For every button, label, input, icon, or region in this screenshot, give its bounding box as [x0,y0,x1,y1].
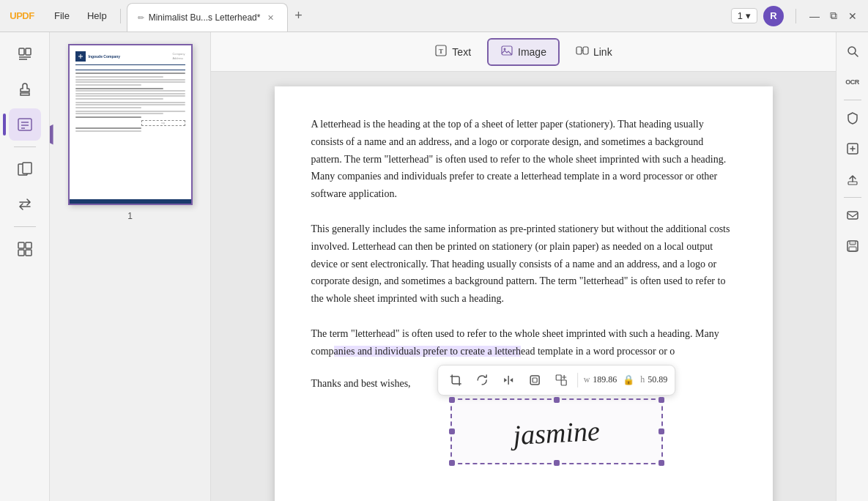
claudia-signature: Claudia Alves [590,486,736,501]
close-button[interactable]: ✕ [846,10,859,23]
sidebar-icon-edit[interactable] [9,108,41,141]
svg-rect-19 [576,47,582,54]
search-icon-btn[interactable] [839,38,866,64]
right-sidebar: OCR [836,32,868,501]
page-nav[interactable]: 1 ▾ [731,8,757,23]
link-tool-icon [576,44,589,60]
menu-divider [120,9,121,23]
doc-paragraph-1: A letterhead is the heading at the top o… [311,116,736,203]
rotate-tool-button[interactable] [472,370,492,390]
tab-area: ✏ Minimalist Bu...s Letterhead* ✕ + [127,0,731,31]
image-tool-label: Image [518,46,546,58]
clip-tool-button[interactable] [524,370,545,390]
replace-tool-button[interactable] [551,370,571,390]
text-tool-icon: T [434,44,448,60]
main-area: Ingoude Company Company Address [0,32,868,501]
image-tool-button[interactable]: Image [487,38,560,66]
title-bar: UPDF File Help ✏ Minimalist Bu...s Lette… [0,0,868,32]
thumbnail-image[interactable]: Ingoude Company Company Address [68,44,193,205]
width-dimension: w 189.86 [584,374,617,385]
image-edit-toolbar: w 189.86 🔒 h 50.89 [437,365,676,396]
flip-tool-button[interactable] [498,370,519,390]
svg-rect-9 [23,163,31,174]
svg-rect-11 [26,242,31,248]
document-scroll-area[interactable]: A letterhead is the heading at the top o… [211,72,836,501]
right-sep-2 [844,197,861,198]
sidebar-icon-template[interactable] [9,233,41,265]
tab-label: Minimalist Bu...s Letterhead* [149,12,261,23]
link-tool-button[interactable]: Link [563,38,626,66]
thumbnail-panel: Ingoude Company Company Address [50,32,211,501]
menu-bar: File Help [44,7,114,24]
right-sep-1 [844,100,861,100]
sidebar-icon-pages[interactable] [9,153,41,185]
minimize-button[interactable]: — [808,10,821,23]
image-tool-icon [500,44,513,60]
thumbnail-page-number: 1 [127,211,133,221]
protect-icon-btn[interactable] [839,105,866,131]
thumbnail-wrapper: Ingoude Company Company Address [68,44,193,221]
signature-svg: jasmine [450,398,663,464]
document-page: A letterhead is the heading at the top o… [275,86,773,501]
sidebar-icon-stamp[interactable] [9,73,41,105]
share-icon-btn[interactable] [839,166,866,193]
sidebar-icon-reader[interactable] [9,38,41,70]
email-icon-btn[interactable] [839,202,866,229]
svg-rect-23 [556,375,561,380]
svg-rect-13 [26,250,31,256]
svg-text:jasmine: jasmine [508,415,600,450]
save-icon-btn[interactable] [839,233,866,259]
svg-rect-12 [18,250,24,256]
document-tab[interactable]: ✏ Minimalist Bu...s Letterhead* ✕ [127,3,289,31]
sidebar-sep-2 [14,226,36,227]
svg-line-28 [855,53,858,56]
edit-toolbar: T Text Image [211,32,836,72]
ocr-icon-btn[interactable]: OCR [839,69,866,95]
svg-rect-0 [19,48,24,55]
new-tab-button[interactable]: + [288,8,308,23]
svg-rect-24 [561,380,566,385]
svg-rect-10 [18,242,24,248]
text-tool-label: Text [452,46,471,58]
right-divider [795,9,796,23]
svg-text:T: T [439,48,443,55]
crop-tool-button[interactable] [445,370,466,390]
svg-rect-34 [849,247,856,251]
link-tool-label: Link [593,46,612,58]
thumbnail-arrow: ◀ [50,117,53,148]
height-dimension: h 50.89 [640,374,667,385]
menu-file[interactable]: File [47,7,77,24]
user-avatar[interactable]: R [763,6,784,26]
toolbar-divider [577,373,578,387]
doc-paragraph-2: This generally includes the same informa… [311,220,736,308]
left-sidebar [0,32,50,501]
svg-rect-1 [26,48,31,55]
tab-edit-icon: ✏ [138,13,144,23]
svg-rect-21 [530,376,539,385]
svg-rect-20 [583,47,588,54]
tab-close-button[interactable]: ✕ [264,12,277,24]
svg-rect-33 [850,241,856,245]
lock-aspect-button[interactable]: 🔒 [623,374,634,386]
signature-container[interactable]: w 189.86 🔒 h 50.89 [450,398,663,464]
app-logo: UPDF [0,10,44,21]
svg-rect-22 [533,378,537,382]
center-area: T Text Image [211,32,836,501]
svg-rect-31 [847,212,858,219]
svg-point-18 [504,48,506,50]
sidebar-icon-convert[interactable] [9,188,41,220]
compress-icon-btn[interactable] [839,136,866,162]
menu-help[interactable]: Help [80,7,114,24]
title-bar-right: 1 ▾ R — ⧉ ✕ [731,6,868,26]
doc-paragraph-3: The term "letterhead" is often used to r… [311,325,736,360]
text-tool-button[interactable]: T Text [421,38,484,66]
restore-button[interactable]: ⧉ [827,10,840,23]
sidebar-sep-1 [14,146,36,147]
